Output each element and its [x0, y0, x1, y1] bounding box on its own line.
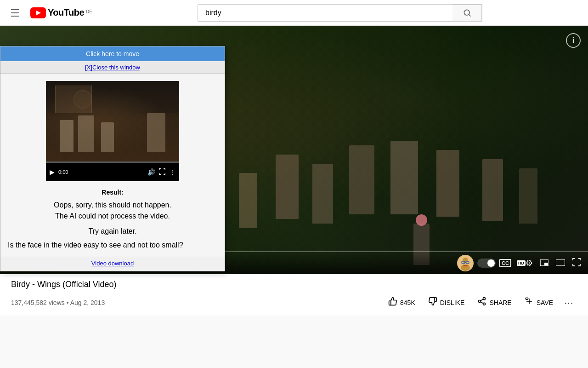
popup-try-again: Try again later.: [8, 227, 217, 236]
save-label: SAVE: [537, 299, 553, 306]
save-icon: [525, 297, 534, 308]
mini-volume-button[interactable]: 🔊: [147, 168, 155, 176]
search-bar: [198, 4, 482, 22]
popup-title-bar[interactable]: Click here to move: [0, 46, 225, 61]
hd-badge: HD: [517, 260, 526, 266]
popup-close-button[interactable]: [X]Close this window: [85, 64, 140, 71]
fullscreen-button[interactable]: [571, 256, 582, 270]
miniplayer-button[interactable]: [538, 257, 550, 270]
mini-controls: ▶ 0:00 🔊 ⋮: [46, 163, 179, 181]
svg-point-13: [483, 298, 486, 300]
svg-point-15: [483, 303, 486, 305]
mini-play-button[interactable]: ▶: [50, 168, 55, 176]
mini-play-icon: ▶: [50, 168, 55, 176]
dislike-label: DISLIKE: [440, 299, 465, 306]
youtube-text: YouTube: [48, 7, 84, 18]
more-icon: ⋯: [564, 298, 573, 308]
settings-button[interactable]: HD ⚙: [515, 256, 535, 270]
miniplayer-icon: [540, 259, 548, 268]
mini-time-display: 0:00: [58, 169, 68, 175]
header-search-area: [99, 4, 581, 22]
dislike-button[interactable]: DISLIKE: [423, 293, 470, 312]
svg-rect-20: [526, 298, 528, 299]
video-info: Birdy - Wings (Official Video) 137,445,5…: [0, 274, 588, 316]
share-label: SHARE: [489, 299, 511, 306]
video-actions: 845K DISLIKE SHARE: [383, 293, 577, 312]
like-button[interactable]: 845K: [383, 293, 421, 312]
video-views: 137,445,582 views • Aug 2, 2013: [11, 299, 105, 306]
mini-fullscreen-button[interactable]: [159, 168, 165, 176]
svg-line-3: [469, 14, 470, 16]
mini-volume-icon: 🔊: [147, 168, 155, 176]
toggle-knob: [487, 259, 495, 267]
avatar-button[interactable]: [457, 255, 474, 271]
avatar-icon: [457, 255, 474, 271]
svg-rect-12: [556, 259, 565, 266]
popup-result-label: Result:: [8, 189, 217, 196]
theater-icon: [556, 259, 565, 268]
mini-more-icon: ⋮: [169, 168, 175, 176]
like-icon: [388, 297, 397, 308]
settings-icon: ⚙: [526, 258, 533, 268]
cc-button[interactable]: CC: [499, 259, 511, 267]
header: YouTube DE: [0, 0, 588, 26]
dislike-icon: [428, 297, 437, 308]
theater-button[interactable]: [554, 257, 567, 270]
svg-point-2: [464, 10, 469, 15]
popup-mini-player: ▶ 0:00 🔊 ⋮: [46, 81, 179, 181]
mini-progress-bar[interactable]: [46, 161, 179, 163]
popup-close-bar: [X]Close this window: [0, 61, 225, 74]
popup-window: Click here to move [X]Close this window: [0, 46, 225, 271]
info-icon: i: [572, 36, 574, 45]
popup-question: Is the face in the video easy to see and…: [8, 241, 217, 249]
fullscreen-icon: [572, 258, 581, 269]
autoplay-toggle[interactable]: [477, 259, 496, 268]
popup-footer: Video download: [0, 257, 225, 271]
mini-video[interactable]: [46, 81, 179, 161]
youtube-icon: [30, 7, 46, 18]
popup-download-link[interactable]: Video download: [91, 260, 134, 267]
search-button[interactable]: [452, 5, 482, 21]
search-icon: [463, 8, 472, 17]
video-title: Birdy - Wings (Official Video): [11, 280, 577, 289]
share-icon: [477, 297, 486, 308]
hamburger-menu[interactable]: [7, 6, 23, 20]
like-count: 845K: [400, 299, 415, 306]
video-meta-row: 137,445,582 views • Aug 2, 2013 845K DIS…: [11, 293, 577, 312]
save-button[interactable]: SAVE: [519, 293, 559, 312]
mini-fullscreen-icon: [159, 169, 165, 176]
share-button[interactable]: SHARE: [472, 293, 517, 312]
svg-point-14: [479, 300, 481, 303]
svg-line-17: [481, 299, 484, 300]
mini-more-button[interactable]: ⋮: [169, 168, 175, 176]
mini-video-bg: [46, 81, 179, 161]
search-input[interactable]: [198, 5, 452, 21]
popup-error-text: Oops, sorry, this should not happen. The…: [8, 200, 217, 222]
cc-label: CC: [502, 260, 509, 266]
svg-rect-11: [544, 263, 548, 265]
svg-line-16: [481, 302, 484, 303]
youtube-logo[interactable]: YouTube DE: [30, 7, 92, 18]
more-actions-button[interactable]: ⋯: [560, 293, 577, 312]
header-left: YouTube DE: [7, 6, 99, 20]
youtube-region-badge: DE: [86, 9, 92, 14]
info-button[interactable]: i: [566, 33, 581, 48]
popup-body: ▶ 0:00 🔊 ⋮: [0, 74, 225, 257]
